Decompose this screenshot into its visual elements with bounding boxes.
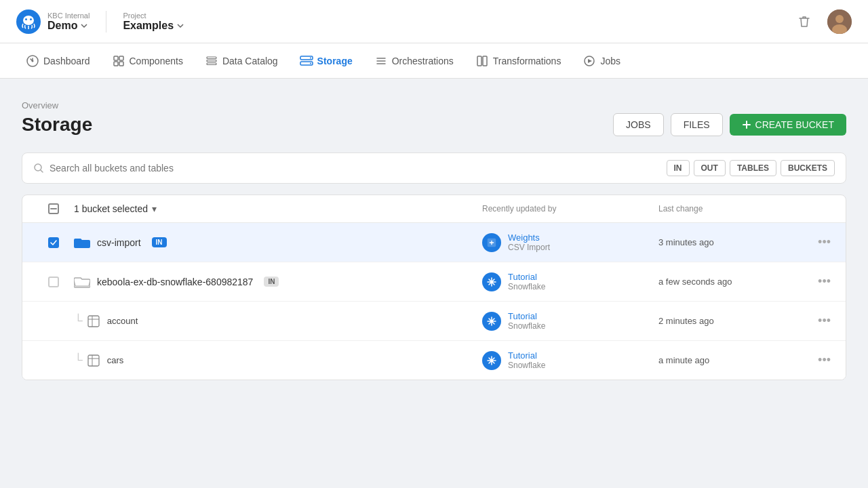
- snowflake-cars-icon: [486, 355, 497, 366]
- updater-info-cars: Tutorial Snowflake: [508, 350, 545, 370]
- updater-info-account: Tutorial Snowflake: [508, 311, 545, 331]
- row-menu-cars[interactable]: •••: [814, 350, 835, 370]
- svg-rect-10: [119, 56, 123, 60]
- trash-button[interactable]: [792, 9, 816, 34]
- snowflake-sub-icon: [486, 316, 497, 327]
- row-menu-account[interactable]: •••: [814, 311, 835, 331]
- row-menu-snowflake[interactable]: •••: [814, 272, 835, 291]
- row-checkbox-csv-import[interactable]: [48, 237, 59, 248]
- topbar-left: KBC Internal Demo Project Examples: [16, 9, 184, 34]
- updater-name-snowflake[interactable]: Tutorial: [508, 272, 545, 282]
- select-all-checkbox[interactable]: [48, 203, 59, 214]
- storage-icon: [300, 54, 313, 68]
- bucket-name-csv-import: csv-import IN: [74, 236, 482, 249]
- svg-rect-28: [50, 208, 57, 209]
- updater-name-csv[interactable]: Weights: [508, 232, 550, 243]
- updater-source-account: Snowflake: [508, 321, 545, 331]
- updater-name-cars[interactable]: Tutorial: [508, 350, 545, 361]
- user-avatar[interactable]: [827, 9, 852, 34]
- search-filters: IN OUT TABLES BUCKETS: [667, 160, 835, 176]
- folder-open-icon: [74, 275, 90, 289]
- sub-table-name-cars: cars: [107, 355, 124, 365]
- nav-item-jobs[interactable]: Jobs: [573, 50, 630, 72]
- project-selector[interactable]: Examples: [123, 20, 184, 32]
- row-actions-csv: •••: [794, 232, 835, 252]
- row-actions-snowflake: •••: [794, 272, 835, 291]
- nav-item-storage[interactable]: Storage: [290, 50, 362, 72]
- topbar-right: [792, 9, 852, 34]
- navbar: Dashboard Components Data Catalog Storag…: [0, 43, 868, 79]
- dashboard-icon: [26, 54, 39, 68]
- last-change-csv: 3 minutes ago: [658, 237, 794, 247]
- badge-in-snowflake: IN: [264, 277, 279, 287]
- updater-icon-cars: [482, 351, 501, 370]
- svg-rect-24: [483, 56, 487, 66]
- updater-name-account[interactable]: Tutorial: [508, 311, 545, 321]
- create-bucket-button[interactable]: CREATE BUCKET: [730, 114, 846, 136]
- search-input[interactable]: [50, 163, 661, 174]
- svg-rect-13: [207, 57, 216, 59]
- demo-selector[interactable]: Demo: [47, 20, 90, 32]
- plus-icon: [742, 120, 751, 129]
- sub-indent-cars: └ cars: [74, 353, 123, 367]
- nav-item-components[interactable]: Components: [102, 50, 193, 72]
- row-checkbox-snowflake[interactable]: [48, 277, 59, 287]
- updater-icon-csv: [482, 233, 501, 252]
- row-actions-account: •••: [794, 311, 835, 331]
- row-menu-csv[interactable]: •••: [814, 232, 835, 252]
- svg-point-8: [32, 60, 34, 62]
- nav-item-dashboard[interactable]: Dashboard: [16, 50, 100, 72]
- tree-line-icon: └: [74, 314, 83, 328]
- brand-info: KBC Internal Demo: [47, 12, 90, 32]
- tree-line-cars-icon: └: [74, 353, 83, 367]
- search-icon: [33, 163, 44, 174]
- svg-rect-9: [114, 56, 118, 60]
- filter-out[interactable]: OUT: [694, 160, 726, 176]
- csv-import-icon: [486, 237, 497, 248]
- selected-count[interactable]: 1 bucket selected: [74, 203, 482, 214]
- main-content: Overview Storage JOBS FILES CREATE BUCKE…: [0, 79, 868, 402]
- filter-tables[interactable]: TABLES: [730, 160, 776, 176]
- trash-icon: [797, 14, 812, 29]
- nav-label-components: Components: [130, 56, 183, 66]
- filter-buckets[interactable]: BUCKETS: [781, 160, 835, 176]
- svg-rect-14: [207, 60, 216, 62]
- project-label: Project: [123, 12, 184, 20]
- keboola-logo: [16, 9, 41, 34]
- project-chevron-icon: [176, 22, 184, 30]
- badge-in-csv: IN: [152, 237, 167, 247]
- nav-item-data-catalog[interactable]: Data Catalog: [195, 50, 288, 72]
- project-area: Project Examples: [123, 12, 184, 32]
- table-row: csv-import IN Weights CSV Import 3 minut…: [22, 223, 846, 262]
- filter-in[interactable]: IN: [667, 160, 690, 176]
- svg-point-3: [30, 18, 32, 20]
- nav-item-orchestrations[interactable]: Orchestrations: [365, 50, 463, 72]
- svg-point-2: [25, 18, 27, 20]
- nav-item-transformations[interactable]: Transformations: [466, 50, 571, 72]
- updater-icon-account: [482, 312, 501, 331]
- sub-table-name-account: account: [107, 316, 138, 326]
- header-checkbox-area: [33, 203, 74, 214]
- nav-label-data-catalog: Data Catalog: [222, 56, 278, 66]
- last-change-cars: a minute ago: [658, 355, 794, 365]
- files-button[interactable]: FILES: [671, 113, 723, 136]
- storage-table: 1 bucket selected Recently updated by La…: [22, 195, 846, 380]
- svg-point-1: [23, 16, 34, 25]
- header-recently-updated: Recently updated by: [482, 204, 658, 214]
- header-last-change: Last change: [658, 204, 794, 214]
- jobs-button[interactable]: JOBS: [613, 113, 664, 136]
- updater-info-csv: Weights CSV Import: [508, 232, 550, 252]
- svg-point-5: [835, 15, 844, 23]
- svg-point-19: [310, 62, 311, 64]
- bucket-name-snowflake: keboola-ex-db-snowflake-680982187 IN: [74, 275, 482, 289]
- snowflake-icon: [486, 277, 497, 287]
- header-selection-label: 1 bucket selected: [74, 203, 482, 214]
- svg-point-18: [310, 57, 311, 58]
- updater-icon-snowflake: [482, 272, 501, 291]
- nav-label-jobs: Jobs: [600, 56, 620, 66]
- updater-info-snowflake: Tutorial Snowflake: [508, 272, 545, 291]
- page-title: Storage: [22, 114, 92, 136]
- svg-rect-15: [207, 63, 216, 65]
- table-row-sub: └ cars Tutorial Snowflak: [22, 341, 846, 380]
- subtable-account: └ account: [74, 314, 482, 328]
